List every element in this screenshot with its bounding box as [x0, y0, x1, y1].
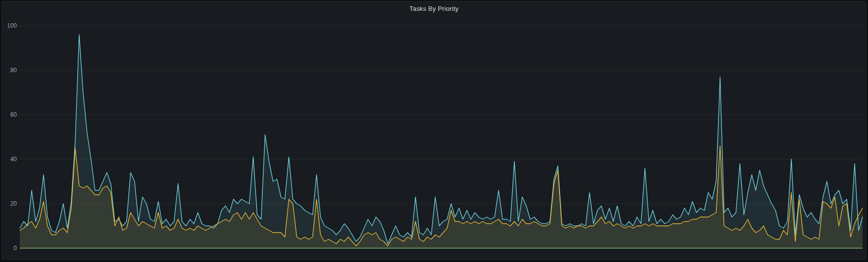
chart-area: 020406080100	[2, 1, 867, 260]
y-axis-label-0: 0	[13, 245, 17, 252]
series-blue-fill	[20, 35, 863, 248]
dashboard-page: Tasks By Priority 020406080100	[0, 0, 868, 262]
panel-tasks-by-priority: Tasks By Priority 020406080100	[1, 1, 867, 260]
y-axis-label-100: 100	[7, 22, 17, 29]
y-axis-label-20: 20	[10, 200, 17, 207]
y-axis-label-60: 60	[10, 111, 17, 118]
y-axis-label-80: 80	[10, 67, 17, 74]
tasks-by-priority-chart[interactable]: 020406080100	[2, 1, 867, 260]
y-axis-label-40: 40	[10, 156, 17, 163]
